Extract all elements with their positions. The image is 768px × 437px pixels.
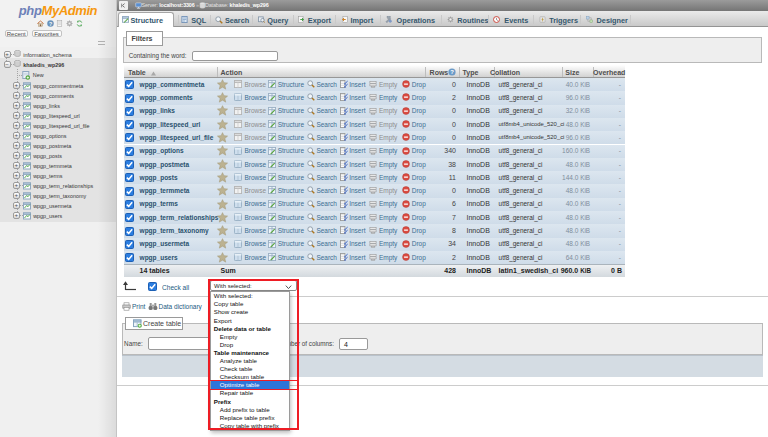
svg-text:?: ? — [450, 70, 454, 76]
svg-text:?: ? — [49, 20, 52, 26]
